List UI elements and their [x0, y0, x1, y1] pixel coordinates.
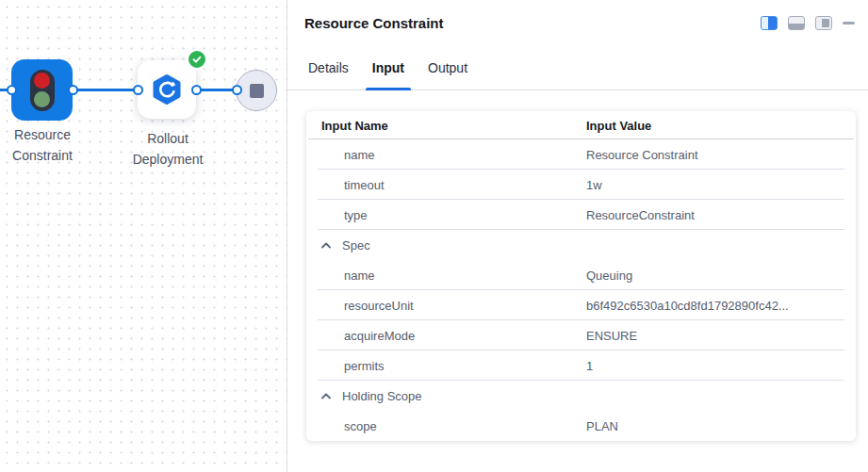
input-name: permits [344, 359, 385, 373]
input-name: name [344, 148, 375, 162]
column-header-input-value: Input Value [586, 119, 856, 133]
table-row: nameResource Constraint [306, 139, 856, 170]
input-value: Resource Constraint [586, 148, 856, 162]
input-name: Spec [342, 238, 370, 252]
table-header-row: Input Name Input Value [306, 111, 856, 139]
traffic-light-red [34, 73, 50, 89]
panel-float-icon[interactable] [815, 16, 832, 30]
node-label: Resource Constraint [0, 125, 94, 166]
traffic-light-green [34, 91, 50, 107]
tab-details[interactable]: Details [308, 45, 349, 90]
port-handle[interactable] [7, 85, 17, 95]
input-value: Queuing [586, 269, 856, 283]
input-name: resourceUnit [344, 299, 414, 313]
flow-canvas[interactable]: Resource Constraint Rollout Deployment [0, 0, 287, 472]
input-name: scope [344, 419, 377, 433]
traffic-light-icon [30, 70, 55, 111]
input-value: ResourceConstraint [586, 208, 856, 222]
table-row: resourceUnitb6f492c6530a10cd8fd1792890fc… [306, 290, 856, 320]
stop-square-icon [250, 84, 264, 98]
input-name: Holding Scope [342, 389, 422, 403]
port-handle[interactable] [133, 85, 143, 95]
column-header-input-name: Input Name [321, 119, 586, 133]
input-name: type [344, 208, 368, 222]
input-table: Input Name Input Value nameResource Cons… [306, 111, 856, 441]
port-handle[interactable] [191, 85, 202, 95]
panel-title: Resource Constraint [304, 15, 444, 31]
table-row: typeResourceConstraint [306, 200, 856, 230]
input-table-body: nameResource Constrainttimeout1wtypeReso… [306, 139, 856, 441]
table-row: acquireModeENSURE [306, 320, 856, 350]
port-handle[interactable] [232, 85, 242, 95]
input-name: timeout [344, 178, 385, 192]
chevron-up-icon[interactable] [321, 242, 331, 249]
table-group-row: Holding Scope [306, 381, 856, 411]
input-value: 1w [586, 178, 856, 192]
input-name: acquireMode [344, 329, 415, 343]
rollout-icon [151, 73, 183, 106]
panel-right-icon[interactable] [761, 16, 778, 30]
input-value: 1 [586, 359, 856, 373]
table-group-row: Spec [306, 230, 856, 260]
panel-controls [761, 16, 855, 30]
table-row: permits1 [306, 350, 856, 381]
node-label: Rollout Deployment [115, 129, 221, 170]
panel-header: Resource Constraint [287, 0, 868, 45]
table-row: nameQueuing [306, 260, 856, 290]
input-value: b6f492c6530a10cd8fd1792890fc42... [586, 299, 856, 313]
details-panel: Resource Constraint Details Input Output [287, 0, 868, 472]
node-end[interactable] [236, 70, 277, 111]
table-row: timeout1w [306, 170, 856, 200]
tab-input[interactable]: Input [372, 45, 404, 90]
input-value: ENSURE [586, 329, 856, 343]
edge-connector [71, 89, 139, 91]
input-value: PLAN [586, 419, 856, 433]
port-handle[interactable] [68, 85, 78, 95]
tab-bar: Details Input Output [287, 45, 868, 90]
node-rollout-deployment[interactable] [138, 60, 196, 119]
panel-bottom-icon[interactable] [788, 16, 805, 30]
table-row: scopePLAN [306, 411, 856, 441]
tab-output[interactable]: Output [428, 45, 467, 90]
minimize-icon[interactable] [843, 22, 855, 24]
node-resource-constraint[interactable] [11, 59, 73, 121]
success-check-icon [187, 49, 207, 70]
chevron-up-icon[interactable] [321, 393, 331, 399]
workflow-editor: Resource Constraint Rollout Deployment R… [0, 0, 868, 472]
input-name: name [344, 269, 375, 283]
